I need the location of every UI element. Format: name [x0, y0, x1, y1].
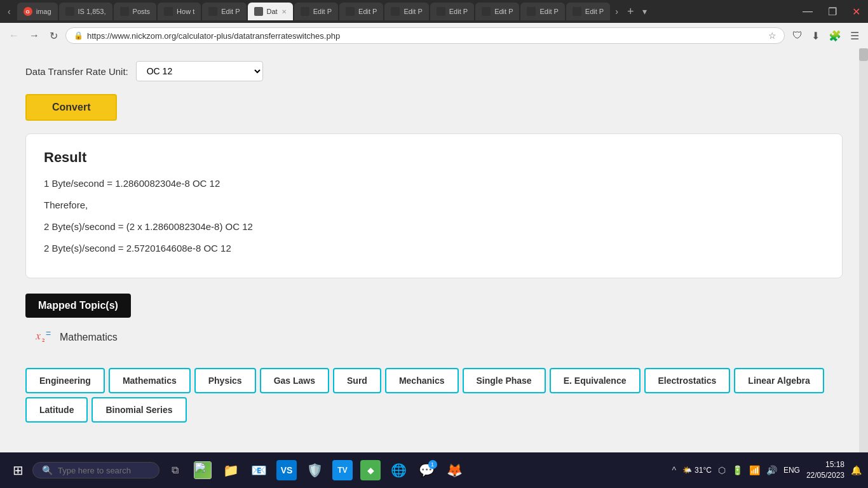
nav-tag-gas-laws[interactable]: Gas Laws	[260, 368, 329, 393]
taskbar-green-app[interactable]: ◆	[358, 458, 383, 483]
nav-tag-single-phase[interactable]: Single Phase	[463, 368, 546, 393]
taskbar-task-view[interactable]: ⧉	[162, 458, 187, 483]
system-tray: ^	[672, 465, 677, 475]
nav-tag-mechanics[interactable]: Mechanics	[385, 368, 459, 393]
clock-date: 22/05/2023	[806, 470, 844, 481]
notification-icon[interactable]: 🔔	[851, 465, 862, 475]
shield-icon[interactable]: 🛡	[790, 27, 805, 44]
extensions-icon[interactable]: 🧩	[826, 27, 844, 44]
toolbar-icons: 🛡 ⬇ 🧩 ☰	[790, 27, 862, 44]
tab-edit7[interactable]: Edit P	[520, 3, 564, 20]
taskbar-teamviewer[interactable]: TV	[330, 458, 355, 483]
taskbar-minecraft-icon[interactable]	[190, 458, 215, 483]
clock-time: 15:18	[806, 459, 844, 470]
tab-edit2[interactable]: Edit P	[294, 3, 338, 20]
language-label: ENG	[783, 466, 800, 475]
tab-edit1[interactable]: Edit P	[202, 3, 246, 20]
taskbar-search-icon: 🔍	[42, 465, 53, 475]
close-btn[interactable]: ✕	[847, 4, 865, 19]
mathematics-icon: 𝑥 ₂ =	[36, 328, 53, 346]
convert-button[interactable]: Convert	[25, 94, 117, 121]
tab-is[interactable]: IS 1,853,	[59, 3, 112, 20]
taskbar-chrome[interactable]: 🌐	[386, 458, 411, 483]
topic-mathematics[interactable]: 𝑥 ₂ = Mathematics	[36, 328, 843, 346]
result-title: Result	[44, 149, 824, 166]
security-icon: 🔒	[74, 31, 83, 40]
taskbar-firefox[interactable]: 🦊	[442, 458, 467, 483]
weather-icon: 🌤️	[682, 466, 692, 475]
tab-add-btn[interactable]: +	[623, 5, 638, 18]
bookmark-icon[interactable]: ☆	[768, 30, 776, 41]
tab-edit4[interactable]: Edit P	[384, 3, 428, 20]
tab-dropdown-btn[interactable]: ▾	[639, 6, 651, 17]
taskbar-security[interactable]: 🛡️	[302, 458, 327, 483]
taskbar-right: ^ 🌤️ 31°C ⬡ 🔋 📶 🔊 ENG 15:18 22/05/2023 🔔	[672, 459, 862, 481]
svg-text:₂: ₂	[42, 335, 45, 343]
result-line2: Therefore,	[44, 198, 824, 213]
scrollbar[interactable]	[859, 48, 868, 452]
tab-how[interactable]: How t	[158, 3, 201, 20]
tab-edit3[interactable]: Edit P	[339, 3, 383, 20]
url-text: https://www.nickzom.org/calculator-plus/…	[87, 31, 764, 41]
tab-edit5[interactable]: Edit P	[430, 3, 474, 20]
volume-icon[interactable]: 🔊	[766, 465, 777, 475]
clock[interactable]: 15:18 22/05/2023	[806, 459, 844, 481]
url-action-icons: ☆	[768, 30, 776, 41]
tab-overflow-btn[interactable]: ›	[611, 6, 622, 17]
bluetooth-icon[interactable]: ⬡	[718, 465, 726, 475]
nav-tag-engineering[interactable]: Engineering	[25, 368, 105, 393]
nav-tag-electrostatics[interactable]: Electrostatics	[644, 368, 731, 393]
tab-posts[interactable]: Posts	[114, 3, 157, 20]
start-button[interactable]: ⊞	[6, 459, 30, 482]
nav-tag-binomial-series[interactable]: Binomial Series	[92, 397, 186, 423]
scrollbar-thumb[interactable]	[859, 48, 868, 61]
minimize-btn[interactable]: —	[797, 4, 818, 18]
unit-select[interactable]: OC 12 OC 1 OC 3 OC 24 OC 48 OC 192	[136, 61, 263, 81]
back-btn[interactable]: ←	[6, 27, 22, 44]
taskbar-mail[interactable]: 📧	[246, 458, 271, 483]
download-icon[interactable]: ⬇	[809, 27, 822, 44]
tab-dat-active[interactable]: Dat ✕	[248, 3, 293, 20]
nav-tag-linear-algebra[interactable]: Linear Algebra	[734, 368, 824, 393]
nav-tag-surd[interactable]: Surd	[333, 368, 381, 393]
taskbar-vscode[interactable]: VS	[274, 458, 299, 483]
menu-icon[interactable]: ☰	[848, 27, 862, 44]
battery-icon[interactable]: 🔋	[732, 465, 743, 475]
form-row: Data Transfer Rate Unit: OC 12 OC 1 OC 3…	[25, 61, 843, 81]
nav-tag-latitude[interactable]: Latitude	[25, 397, 88, 423]
maximize-btn[interactable]: ❐	[823, 4, 842, 19]
form-label: Data Transfer Rate Unit:	[25, 66, 128, 77]
taskbar-search-input[interactable]	[58, 466, 147, 475]
nav-tag-e-equivalence[interactable]: E. Equivalence	[550, 368, 641, 393]
address-bar: ← → ↻ 🔒 https://www.nickzom.org/calculat…	[0, 23, 868, 48]
tab-bar: ‹ G imag IS 1,853, Posts How t Edit P Da…	[0, 0, 868, 23]
svg-text:=: =	[46, 329, 51, 339]
tab-imag[interactable]: G imag	[17, 3, 58, 20]
nav-tag-mathematics[interactable]: Mathematics	[109, 368, 191, 393]
bottom-nav: Engineering Mathematics Physics Gas Laws…	[25, 362, 843, 429]
tray-expand-icon[interactable]: ^	[672, 465, 677, 475]
weather-widget[interactable]: 🌤️ 31°C	[682, 466, 712, 475]
forward-btn[interactable]: →	[27, 27, 42, 44]
wifi-icon[interactable]: 📶	[749, 465, 760, 475]
page-content: Data Transfer Rate Unit: OC 12 OC 1 OC 3…	[0, 48, 868, 452]
taskbar-file-manager[interactable]: 📁	[218, 458, 243, 483]
taskbar: ⊞ 🔍 ⧉ 📁 📧 VS 🛡️	[0, 452, 868, 488]
nav-tag-physics[interactable]: Physics	[194, 368, 256, 393]
whatsapp-badge: 1	[428, 460, 437, 469]
topic-mathematics-label: Mathematics	[60, 332, 118, 343]
tab-edit6[interactable]: Edit P	[475, 3, 519, 20]
refresh-btn[interactable]: ↻	[47, 27, 60, 44]
taskbar-whatsapp[interactable]: 💬 1	[414, 458, 439, 483]
result-line4: 2 Byte(s)/second = 2.5720164608e-8 OC 12	[44, 241, 824, 256]
taskbar-search-box[interactable]: 🔍	[32, 462, 159, 478]
weather-temp: 31°C	[695, 466, 712, 475]
result-line3: 2 Byte(s)/second = (2 x 1.2860082304e-8)…	[44, 219, 824, 234]
tab-back-btn[interactable]: ‹	[3, 4, 16, 19]
result-line1: 1 Byte/second = 1.2860082304e-8 OC 12	[44, 176, 824, 191]
tab-close-icon[interactable]: ✕	[281, 8, 287, 15]
tab-edit8[interactable]: Edit P	[566, 3, 610, 20]
result-box: Result 1 Byte/second = 1.2860082304e-8 O…	[25, 133, 843, 278]
url-bar[interactable]: 🔒 https://www.nickzom.org/calculator-plu…	[65, 27, 785, 44]
svg-text:𝑥: 𝑥	[36, 329, 41, 342]
